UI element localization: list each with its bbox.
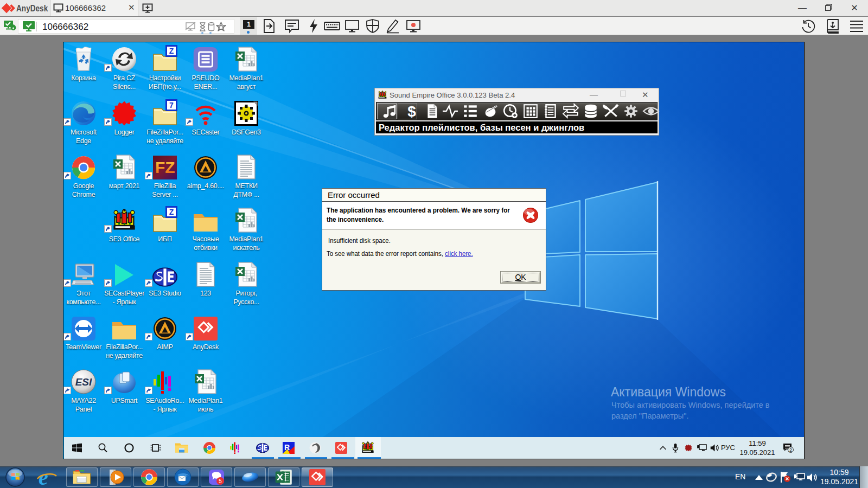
svg-text:R: R [284, 443, 290, 452]
svg-text:FZ: FZ [155, 158, 175, 176]
svg-text:$: $ [407, 103, 416, 119]
svg-text:2: 2 [789, 447, 792, 453]
svg-text:ESI: ESI [75, 376, 92, 388]
